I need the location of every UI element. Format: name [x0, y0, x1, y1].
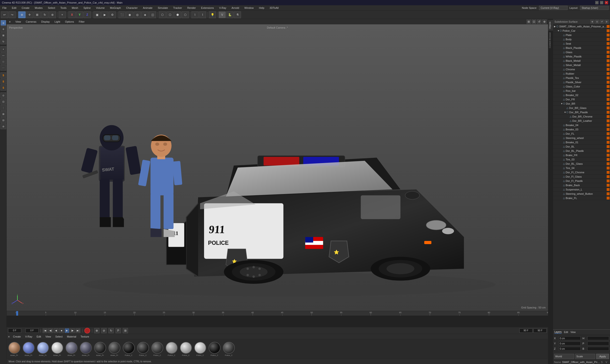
start-frame-input[interactable] [8, 328, 21, 333]
menu-animate[interactable]: Animate [142, 6, 153, 10]
light-btn[interactable]: 💡 [209, 12, 216, 18]
left-magnet-btn[interactable]: ⊙ [0, 92, 6, 98]
viewport-options-menu[interactable]: Light [54, 20, 61, 23]
menu-help[interactable]: Help [258, 6, 265, 10]
perspective-button[interactable]: ▣ [93, 12, 101, 18]
obj-item-breake-01[interactable]: △Breake_01 [553, 140, 610, 144]
obj-item-breake-03[interactable]: △Breake_03 [553, 127, 610, 131]
close-button[interactable]: ✕ [605, 1, 608, 4]
play-fwd-button[interactable]: ▶ [65, 328, 69, 333]
menu-create[interactable]: Create [21, 6, 30, 10]
obj-btn-1[interactable]: ⬛ [118, 12, 126, 18]
mode-x-button[interactable]: X [68, 12, 76, 18]
auto-key-btn[interactable]: ⊘ [101, 328, 106, 333]
menu-edit[interactable]: Edit [11, 6, 17, 10]
y-value[interactable]: 0 cm [559, 342, 581, 345]
object-hierarchy[interactable]: ▶⬡SWAT_Officer_with_Asian_Prisoner_and_P… [553, 24, 610, 329]
obj-item-seat[interactable]: △Seat [553, 41, 610, 46]
obj-item-plastik-tex[interactable]: △Plastik_Tex [553, 76, 610, 80]
current-frame-input[interactable] [26, 328, 39, 333]
mat-material-menu[interactable]: Material [66, 335, 77, 338]
render-btn-1[interactable]: ⬡ [159, 12, 166, 18]
menu-character[interactable]: Character [125, 6, 139, 10]
menu-volume[interactable]: Volume [95, 6, 106, 10]
hier-icon-1[interactable]: ⊕ [590, 20, 594, 24]
obj-item-brake-back[interactable]: △Brake_Back [553, 183, 610, 187]
mat-select-menu[interactable]: Select [54, 335, 64, 338]
menu-window[interactable]: Window [243, 6, 255, 10]
material-swatch-12[interactable]: Police_C [179, 342, 192, 356]
left-snap-btn[interactable]: ⊡ [0, 99, 6, 104]
vp-icon4-btn[interactable]: ⊕ [542, 20, 546, 24]
record-button[interactable] [84, 328, 90, 334]
left-rotate-btn[interactable]: ↻ [0, 39, 6, 44]
material-swatch-13[interactable]: Police_C [194, 342, 207, 356]
menu-extensions[interactable]: Extensions [200, 6, 215, 10]
left-scale-btn[interactable]: ⊠ [0, 32, 6, 38]
vp-fullscreen-btn[interactable]: ⊞ [527, 20, 531, 24]
rotate-button[interactable]: ↻ [41, 12, 48, 18]
vtab-objects[interactable]: Objects [548, 20, 553, 30]
obj-btn-3[interactable]: ◎ [134, 12, 141, 18]
menu-select[interactable]: Select [47, 6, 56, 10]
menu-tracker[interactable]: Tracker [172, 6, 183, 10]
spline-tool-btn[interactable]: ⌇ [199, 12, 206, 18]
rb-tab-edit[interactable]: Edit [564, 331, 568, 334]
obj-item-steering-wheel-button[interactable]: △Steering_wheel_Button [553, 192, 610, 196]
material-swatch-9[interactable]: Police_C [136, 342, 149, 356]
obj-item-dor-bl-plastik[interactable]: △Dor_BL_Plastik [553, 149, 610, 153]
obj-item-tire-04[interactable]: △Tire_04 [553, 166, 610, 170]
material-swatch-10[interactable]: Police_C [151, 342, 164, 356]
render-btn-4[interactable]: ⬡ [182, 12, 189, 18]
layout-dropdown[interactable]: Startup (User) [580, 6, 609, 10]
obj-btn-4[interactable]: ◈ [141, 12, 148, 18]
material-swatch-7[interactable]: Asian_Pr [108, 342, 121, 356]
vp-icon2-btn[interactable]: ⊡ [532, 20, 536, 24]
obj-item-black-plastik[interactable]: △Black_Plastik [553, 46, 610, 50]
mat-view-menu[interactable]: View [44, 335, 52, 338]
menu-arnold[interactable]: Arnold [231, 6, 240, 10]
mat-texture-menu[interactable]: Texture [80, 335, 90, 338]
next-frame-button[interactable]: |▶ [70, 328, 75, 333]
keyframe-btn[interactable]: ⊕ [94, 328, 99, 333]
material-swatch-15[interactable]: Police_C [222, 342, 235, 356]
maximize-button[interactable]: □ [600, 1, 603, 4]
obj-item-chrome[interactable]: △Chrome [553, 67, 610, 72]
menu-file[interactable]: File [1, 6, 8, 10]
left-uvw-btn[interactable]: ⋯ [0, 65, 6, 71]
scale-dropdown[interactable]: Scale [575, 354, 596, 359]
obj-item-plate[interactable]: △Plate [553, 33, 610, 37]
viewport-view-menu[interactable]: View [14, 20, 22, 23]
material-swatch-4[interactable]: Asian_Pr [65, 342, 78, 356]
obj-item-body[interactable]: △Body [553, 37, 610, 41]
left-select-btn[interactable]: ⊕ [0, 20, 6, 26]
obj-item-dor-fl-plastik[interactable]: △Dor_Fl_Plastik [553, 179, 610, 183]
mat-vray-menu[interactable]: V-Ray [24, 335, 33, 338]
play-button[interactable]: ▶ [101, 12, 108, 18]
transform-button[interactable]: ⊛ [49, 12, 56, 18]
material-swatch-2[interactable]: Asian_Pr [36, 342, 49, 356]
node-space-dropdown[interactable]: Current (V-Ray) [539, 6, 568, 10]
viewport-cameras-menu[interactable]: Cameras [25, 20, 38, 23]
expand-arrow-1[interactable]: ▼ [557, 30, 560, 32]
obj-btn-2[interactable]: ◉ [126, 12, 133, 18]
mat-create-menu[interactable]: Create [12, 335, 22, 338]
viewport-menu-icon[interactable]: ≡ [8, 20, 12, 23]
left-mirror-btn[interactable]: ⋮ [0, 105, 6, 111]
material-swatch-11[interactable]: Police_C [165, 342, 178, 356]
obj-item-dor-br-plastik[interactable]: ▼⬡Dor_BR_Plastik [553, 110, 610, 114]
material-swatch-5[interactable]: Asian_Pr [79, 342, 92, 356]
menu-vray[interactable]: V-Ray [218, 6, 227, 10]
obj-item-tire-03[interactable]: △Tire_03 [553, 157, 610, 162]
goto-end-button[interactable]: ▶| [76, 328, 80, 333]
max-frame-input[interactable] [519, 328, 532, 333]
material-swatch-1[interactable]: Asian_Pr [22, 342, 35, 356]
vp-icon3-btn[interactable]: ↺ [537, 20, 541, 24]
obj-item-steering-wheel[interactable]: △Steering_wheel [553, 136, 610, 140]
menu-render[interactable]: Render [186, 6, 197, 10]
obj-item-dor-br[interactable]: ▼⬡Dor_BR [553, 102, 610, 106]
x-value[interactable]: 0 cm [559, 336, 581, 340]
z-value[interactable]: 0 cm [559, 347, 581, 351]
menu-3dtoall[interactable]: 3DToAll [269, 6, 280, 10]
obj-item-dor-fr[interactable]: △Dor_FR [553, 97, 610, 102]
